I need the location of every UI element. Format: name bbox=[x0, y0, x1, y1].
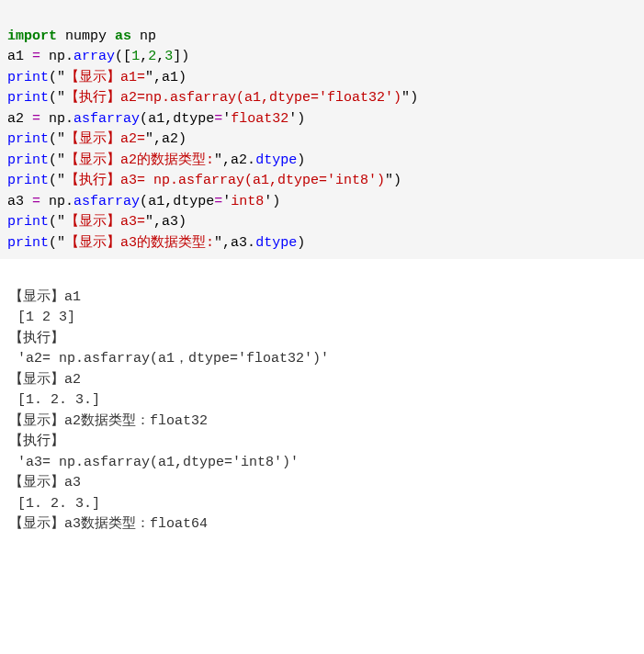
keyword-import: import bbox=[7, 28, 57, 44]
code-line: import numpy as np bbox=[7, 28, 156, 44]
quote: " bbox=[214, 235, 222, 251]
string: 【显示】a2的数据类型: bbox=[65, 152, 214, 168]
identifier: np bbox=[49, 194, 65, 209]
func-print: print bbox=[7, 173, 49, 188]
string: float32 bbox=[231, 111, 288, 127]
comma: , bbox=[164, 194, 173, 209]
identifier: np bbox=[49, 49, 65, 64]
code-block: import numpy as np a1 = np.array([1,2,3]… bbox=[0, 0, 644, 259]
output-line: 【执行】 bbox=[9, 434, 64, 449]
code-line: a2 = np.asfarray(a1,dtype='float32') bbox=[7, 111, 305, 127]
quote: " bbox=[145, 214, 153, 230]
code-line: print("【显示】a3=",a3) bbox=[7, 214, 186, 230]
number: 1 bbox=[131, 49, 140, 64]
paren: ( bbox=[49, 131, 57, 147]
output-block: 【显示】a1 [1 2 3] 【执行】 'a2= np.asfarray(a1，… bbox=[0, 259, 644, 543]
operator: = bbox=[32, 49, 40, 64]
dot: . bbox=[247, 152, 255, 168]
paren: ([ bbox=[115, 49, 131, 64]
string: 【显示】a3的数据类型: bbox=[65, 235, 214, 251]
paren: ) bbox=[297, 152, 305, 168]
paren: ) bbox=[178, 131, 186, 147]
quote: " bbox=[57, 235, 65, 251]
operator: = bbox=[214, 111, 222, 127]
identifier: dtype bbox=[173, 111, 214, 127]
func-print: print bbox=[7, 235, 49, 251]
string: 【执行】a3= np.asfarray(a1,dtype='int8') bbox=[65, 173, 385, 188]
quote: " bbox=[214, 152, 222, 168]
identifier: a3 bbox=[7, 194, 24, 209]
quote: ' bbox=[288, 111, 297, 127]
identifier: numpy bbox=[65, 28, 107, 44]
quote: ' bbox=[222, 194, 231, 209]
identifier: a1 bbox=[7, 49, 24, 64]
paren: ( bbox=[49, 152, 57, 168]
func-asfarray: asfarray bbox=[73, 111, 140, 127]
attr-dtype: dtype bbox=[255, 235, 297, 251]
output-line: 'a2= np.asfarray(a1，dtype='float32')' bbox=[9, 351, 329, 366]
quote: ' bbox=[264, 194, 272, 209]
paren: ( bbox=[49, 70, 57, 85]
comma: , bbox=[140, 49, 148, 64]
identifier: np bbox=[140, 28, 156, 44]
comma: , bbox=[164, 111, 173, 127]
quote: " bbox=[57, 90, 65, 106]
output-line: 【执行】 bbox=[9, 331, 64, 346]
paren: ) bbox=[272, 194, 280, 209]
string: int8 bbox=[231, 194, 264, 209]
quote: ' bbox=[222, 111, 231, 127]
func-print: print bbox=[7, 90, 49, 106]
identifier: a2 bbox=[231, 152, 247, 168]
func-print: print bbox=[7, 152, 49, 168]
code-line: print("【显示】a2=",a2) bbox=[7, 131, 186, 147]
identifier: dtype bbox=[173, 194, 214, 209]
paren: ) bbox=[393, 173, 401, 188]
paren: ( bbox=[49, 214, 57, 230]
quote: " bbox=[57, 152, 65, 168]
output-line: 【显示】a3 bbox=[9, 475, 81, 490]
comma: , bbox=[153, 214, 162, 230]
quote: " bbox=[57, 131, 65, 147]
dot: . bbox=[247, 235, 255, 251]
string: 【显示】a2= bbox=[65, 131, 145, 147]
quote: " bbox=[385, 173, 393, 188]
paren: ( bbox=[49, 173, 57, 188]
identifier: a1 bbox=[148, 194, 164, 209]
paren: ) bbox=[178, 70, 186, 85]
output-line: 【显示】a2 bbox=[9, 372, 81, 388]
identifier: a2 bbox=[7, 111, 24, 127]
paren: ) bbox=[410, 90, 418, 106]
operator: = bbox=[214, 194, 222, 209]
quote: " bbox=[145, 70, 153, 85]
code-line: print("【执行】a2=np.asfarray(a1,dtype='floa… bbox=[7, 90, 418, 106]
paren: ( bbox=[140, 111, 148, 127]
quote: " bbox=[57, 214, 65, 230]
paren: ]) bbox=[173, 49, 189, 64]
identifier: a1 bbox=[148, 111, 164, 127]
code-line: print("【显示】a2的数据类型:",a2.dtype) bbox=[7, 152, 305, 168]
identifier: a2 bbox=[162, 131, 178, 147]
identifier: np bbox=[49, 111, 65, 127]
comma: , bbox=[153, 70, 162, 85]
paren: ) bbox=[178, 214, 186, 230]
quote: " bbox=[401, 90, 410, 106]
number: 2 bbox=[148, 49, 156, 64]
string: 【执行】a2=np.asfarray(a1,dtype='float32') bbox=[65, 90, 401, 106]
func-array: array bbox=[73, 49, 115, 64]
comma: , bbox=[222, 152, 231, 168]
code-line: a1 = np.array([1,2,3]) bbox=[7, 49, 189, 64]
paren: ) bbox=[297, 111, 305, 127]
paren: ( bbox=[49, 90, 57, 106]
output-line: 【显示】a3数据类型：float64 bbox=[9, 516, 208, 532]
output-line: [1. 2. 3.] bbox=[9, 496, 100, 512]
comma: , bbox=[153, 131, 162, 147]
output-line: [1 2 3] bbox=[9, 310, 75, 325]
attr-dtype: dtype bbox=[255, 152, 297, 168]
paren: ( bbox=[140, 194, 148, 209]
identifier: a3 bbox=[162, 214, 178, 230]
string: 【显示】a3= bbox=[65, 214, 145, 230]
func-print: print bbox=[7, 70, 49, 85]
code-line: a3 = np.asfarray(a1,dtype='int8') bbox=[7, 194, 280, 209]
func-print: print bbox=[7, 214, 49, 230]
output-line: 'a3= np.asfarray(a1,dtype='int8')' bbox=[9, 455, 299, 470]
